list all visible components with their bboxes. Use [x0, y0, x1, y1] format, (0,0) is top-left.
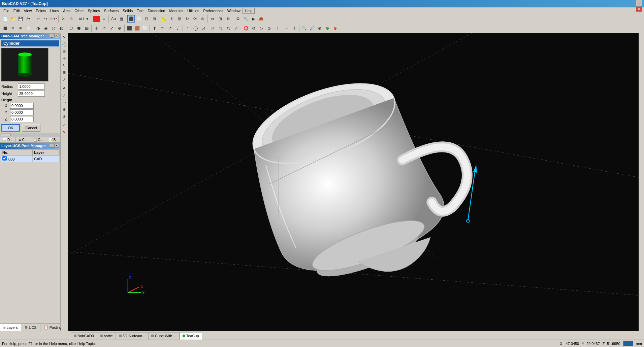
open-button[interactable]: 📂 — [9, 15, 17, 23]
datacam-scrollbar[interactable] — [0, 133, 60, 137]
tab-teacup[interactable]: TeaCup — [180, 332, 202, 340]
menu-modules[interactable]: Modules — [167, 8, 185, 13]
view-front-button[interactable]: ⊞ — [17, 25, 24, 32]
orbit-button[interactable]: ⟳ — [191, 15, 199, 23]
tab-b[interactable]: 📝 B... — [46, 137, 62, 142]
solid1-button[interactable]: ⬛ — [126, 25, 133, 32]
tab-c2[interactable]: 📋 C... — [30, 137, 46, 142]
mesh-button[interactable]: ▦ — [83, 25, 90, 32]
menu-other[interactable]: Other — [72, 8, 86, 13]
maximize-button[interactable]: □ — [636, 1, 642, 6]
layer-button[interactable]: ≡ — [100, 15, 107, 23]
tab-3dsurfcam[interactable]: 3D Surfcam... — [116, 332, 148, 340]
view-top-button[interactable]: ⊡ — [9, 25, 17, 32]
zoom-fit-button[interactable]: ⊞ — [176, 15, 183, 23]
render-button[interactable]: ◐ — [58, 25, 65, 32]
tab-bottle[interactable]: bottle — [97, 332, 116, 340]
menu-utilities[interactable]: Utilities — [185, 8, 201, 13]
ucs-tab[interactable]: ⊕ UCS — [21, 324, 40, 331]
wire-button[interactable]: ◉ — [42, 25, 50, 32]
all-button[interactable]: ALL ▼ — [77, 15, 91, 23]
menu-view[interactable]: View — [22, 8, 34, 13]
view-right-button[interactable]: ⬜ — [25, 25, 32, 32]
menu-dimension[interactable]: Dimension — [146, 8, 167, 13]
datacam-minimize-button[interactable]: _ — [49, 34, 54, 38]
origin-y-input[interactable] — [10, 109, 34, 115]
tool-cancel[interactable]: ✕ — [61, 129, 68, 136]
color-red[interactable] — [93, 16, 100, 22]
tab-bobcad3[interactable]: BobCAD3 — [71, 332, 97, 340]
cam4-button[interactable]: ⊙ — [265, 25, 273, 32]
menu-file[interactable]: File — [1, 8, 11, 13]
extrude-button[interactable]: ⬆ — [151, 25, 158, 32]
tab-d[interactable]: 📊 D... — [0, 137, 16, 142]
select-mode-button[interactable]: ⬛ — [127, 15, 135, 23]
delete-button[interactable]: ✕ — [60, 15, 67, 23]
tool-scale[interactable]: ⤢ — [61, 92, 68, 99]
new-button[interactable]: 📄 — [1, 15, 9, 23]
select2-button[interactable]: ⬜ — [135, 15, 142, 23]
measure-button[interactable]: 📐 — [160, 15, 168, 23]
zoom3-button[interactable]: ⊕ — [316, 25, 323, 32]
tool-rotate3d[interactable]: ↻ — [61, 62, 68, 69]
post-button[interactable]: 📤 — [257, 15, 265, 23]
solid-mode[interactable]: ⬢ — [75, 25, 83, 32]
cam3-button[interactable]: ▷ — [258, 25, 265, 32]
tool-mirror[interactable]: ⇔ — [61, 99, 68, 106]
solid3-button[interactable]: ⬜ — [141, 25, 149, 32]
tool-arrow[interactable]: ↗ — [61, 76, 68, 83]
redo-button[interactable]: ↪ — [42, 15, 50, 23]
solid2-button[interactable]: 🟫 — [133, 25, 141, 32]
tool-zoom-win[interactable]: ⊞ — [61, 48, 68, 55]
menu-splines[interactable]: Splines — [86, 8, 102, 13]
tool-ucs[interactable]: ⊗ — [61, 113, 68, 120]
rotate-view-button[interactable]: ↻ — [184, 15, 191, 23]
mirror-button[interactable]: ⇔ — [209, 15, 216, 23]
radius-input[interactable] — [18, 83, 45, 90]
tool-pan[interactable]: ✛ — [61, 55, 68, 62]
folder-button[interactable]: 🗁 — [25, 15, 32, 23]
height-input[interactable] — [18, 91, 45, 97]
menu-help[interactable]: Help — [243, 8, 255, 14]
surface-mode[interactable]: ⬡ — [67, 25, 75, 32]
select4-button[interactable]: ⊠ — [151, 15, 158, 23]
trans2-button[interactable]: ⇅ — [217, 25, 224, 32]
close-button[interactable]: ✕ — [636, 6, 642, 12]
origin-z-input[interactable] — [10, 116, 34, 122]
cam1-button[interactable]: ⭕ — [242, 25, 250, 32]
zoom5-button[interactable]: ⊕ — [331, 25, 339, 32]
menu-surfaces[interactable]: Surfaces — [102, 8, 121, 13]
cam-button[interactable]: ⚙ — [234, 15, 242, 23]
simulate-button[interactable]: ▶ — [250, 15, 257, 23]
undo-button[interactable]: ↩ — [34, 15, 42, 23]
tool-circle[interactable]: ◯ — [61, 41, 68, 47]
cam2-button[interactable]: ⚙ — [250, 25, 257, 32]
trans3-button[interactable]: ⇆ — [225, 25, 232, 32]
datacam-close-button[interactable]: ✕ — [54, 34, 59, 38]
undo2-button[interactable]: ↩↩ — [50, 15, 57, 23]
table-row[interactable]: 000 CAD — [1, 155, 60, 162]
scale-button[interactable]: ⤢ — [108, 25, 116, 32]
extra3-button[interactable]: ⊤ — [291, 25, 298, 32]
tab-c1[interactable]: ⚙ C... — [16, 137, 31, 142]
zoom1-button[interactable]: 🔍 — [300, 25, 308, 32]
menu-points[interactable]: Points — [34, 8, 48, 13]
menu-preferences[interactable]: Preferences — [201, 8, 225, 13]
loft-button[interactable]: ⤴ — [174, 25, 182, 32]
sweep-button[interactable]: ↗ — [166, 25, 174, 32]
text-button[interactable]: Aa — [110, 15, 117, 23]
menu-solids[interactable]: Solids — [121, 8, 135, 13]
viewport[interactable]: X Y Z — [68, 33, 639, 331]
view-more-button[interactable]: ⊕ — [199, 15, 206, 23]
revolve-button[interactable]: ⟳ — [159, 25, 166, 32]
hidden-button[interactable]: ◎ — [50, 25, 57, 32]
extra1-button[interactable]: ⊢ — [275, 25, 283, 32]
snap-button[interactable]: ⊕ — [67, 15, 75, 23]
menu-lines[interactable]: Lines — [48, 8, 61, 13]
rotate-button[interactable]: ↺ — [100, 25, 108, 32]
chamfer-button[interactable]: ◿ — [199, 25, 207, 32]
trans1-button[interactable]: ⇄ — [209, 25, 217, 32]
boolean-button[interactable]: ⊕ — [116, 25, 123, 32]
ok-button[interactable]: OK — [1, 124, 20, 132]
extra2-button[interactable]: ⊣ — [283, 25, 290, 32]
